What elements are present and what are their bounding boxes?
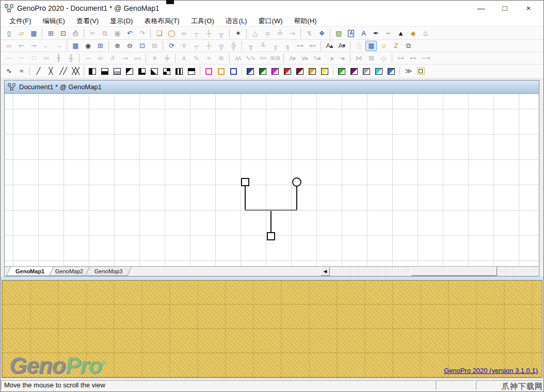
- save-document-button[interactable]: ▦: [28, 28, 39, 39]
- fill-bottom-half-button[interactable]: [99, 66, 110, 76]
- close-button[interactable]: ×: [517, 2, 540, 15]
- menu-language[interactable]: 语言(L): [220, 15, 253, 27]
- find-button[interactable]: ◉: [82, 41, 93, 51]
- print-preview-button[interactable]: ⊡: [57, 28, 69, 39]
- insert-text-label-button[interactable]: A: [345, 28, 357, 39]
- fill-bottom-gray-button[interactable]: [111, 66, 123, 76]
- fill-corner-top-left-button[interactable]: [124, 66, 135, 76]
- menu-file[interactable]: 文件(F): [4, 15, 37, 27]
- fill-top-half-button[interactable]: [186, 66, 197, 76]
- menu-window[interactable]: 窗口(W): [253, 15, 289, 27]
- new-document-button[interactable]: ▯: [3, 28, 14, 39]
- menu-table-layout[interactable]: 表格布局(T): [138, 15, 185, 27]
- minimize-button[interactable]: —: [469, 2, 493, 15]
- pen-double-cross-button[interactable]: ╳╳: [70, 66, 81, 76]
- color-dark-red-button[interactable]: [294, 66, 306, 76]
- tab-genomap1[interactable]: GenoMap1: [6, 267, 54, 276]
- color-gray-button[interactable]: [361, 66, 372, 76]
- zoom-out-button[interactable]: ⊖: [124, 41, 135, 51]
- curve-single-button[interactable]: ∿: [3, 66, 14, 76]
- find-in-table-button[interactable]: ⊞: [94, 41, 106, 51]
- refresh-view-button[interactable]: ⟳: [166, 41, 177, 51]
- snap-to-grid-button[interactable]: ░: [353, 41, 364, 51]
- curve-double-button[interactable]: ≈: [15, 66, 27, 76]
- pedigree-chart-icon: △: [253, 29, 258, 38]
- highlight-color-button[interactable]: [415, 66, 426, 76]
- color-magenta-button[interactable]: [269, 66, 281, 76]
- fill-checker-button[interactable]: [161, 66, 172, 76]
- color-red-button[interactable]: [282, 66, 293, 76]
- tab-genomap3[interactable]: GenoMap3: [85, 267, 132, 276]
- fill-corner-bottom-left-button[interactable]: [149, 66, 160, 76]
- color-blue-button[interactable]: [245, 66, 256, 76]
- menu-display[interactable]: 显示(D): [104, 15, 138, 27]
- color-bright-green-button[interactable]: [336, 66, 347, 76]
- plugins-button[interactable]: ❖: [316, 28, 327, 39]
- color-purple-icon: [350, 68, 358, 75]
- status-message: Move the mouse to scroll the view: [1, 380, 435, 390]
- document-title-bar[interactable]: Document1 * @ GenoMap1: [5, 80, 539, 94]
- zoom-selection-button[interactable]: ⊡: [136, 41, 148, 51]
- menu-tools[interactable]: 工具(O): [185, 15, 220, 27]
- border-color-orange-button[interactable]: [215, 66, 227, 76]
- find-in-table-icon: ⊞: [98, 41, 103, 51]
- timeline-button[interactable]: Z: [390, 41, 402, 51]
- border-color-magenta-button[interactable]: [203, 66, 214, 76]
- child-descent-line[interactable]: [270, 211, 271, 233]
- page-borders-button[interactable]: ⊞: [45, 28, 56, 39]
- color-cyan-button[interactable]: [373, 66, 385, 76]
- print-layout-button[interactable]: ⧉: [403, 41, 414, 51]
- version-link[interactable]: GenoPro 2020 (version 3.1.0.1): [444, 367, 538, 374]
- fill-left-half-button[interactable]: [87, 66, 98, 76]
- menu-help[interactable]: 帮助(H): [289, 15, 323, 27]
- arrange-tree-2-icon: ┼: [206, 41, 211, 51]
- open-document-button[interactable]: ▱: [15, 28, 27, 39]
- scroll-left-button[interactable]: ◀: [321, 267, 330, 276]
- menu-view[interactable]: 查看(V): [71, 15, 104, 27]
- format-painter-button[interactable]: ✒: [370, 28, 381, 39]
- print-button[interactable]: ⎙: [70, 28, 81, 39]
- maximize-button[interactable]: □: [493, 2, 517, 15]
- horizontal-scrollbar-track[interactable]: [330, 267, 539, 276]
- fill-vertical-stripes-button[interactable]: [173, 66, 185, 76]
- horizontal-scrollbar-thumb[interactable]: [411, 267, 497, 276]
- zoom-in-button[interactable]: ⊕: [111, 41, 123, 51]
- insert-picture-button[interactable]: ▧: [333, 28, 344, 39]
- more-colors-button[interactable]: ≫: [403, 66, 414, 76]
- genogram-canvas[interactable]: [5, 94, 539, 266]
- undo-button[interactable]: ↶: [124, 28, 135, 39]
- increase-font-button[interactable]: A▴: [324, 41, 335, 51]
- window-edge-strip: [1, 276, 543, 280]
- mother-symbol[interactable]: [292, 177, 301, 187]
- font-button[interactable]: A: [358, 28, 369, 39]
- show-grid-button[interactable]: ▦: [365, 41, 377, 51]
- color-yellow-button[interactable]: [319, 66, 330, 76]
- line-dash-style-button[interactable]: ┄: [382, 28, 394, 39]
- pen-slash-button[interactable]: ╱: [33, 66, 44, 76]
- fill-left-notch-button[interactable]: [136, 66, 148, 76]
- undo-icon: ↶: [127, 29, 132, 38]
- color-purple-button[interactable]: [348, 66, 360, 76]
- color-royal-blue-button[interactable]: [386, 66, 397, 76]
- new-family-button[interactable]: ◯: [166, 28, 177, 39]
- father-symbol[interactable]: [241, 178, 249, 186]
- family-wizard-button[interactable]: ✶: [232, 28, 244, 39]
- display-emotions-button[interactable]: ☺: [378, 41, 389, 51]
- coffee-break-button[interactable]: ♨: [420, 28, 431, 39]
- child-symbol[interactable]: [267, 232, 275, 240]
- fill-corner-top-left-icon: [126, 68, 133, 75]
- color-green-button[interactable]: [257, 66, 268, 76]
- pen-cross-button[interactable]: ╳: [45, 66, 56, 76]
- line-style-dense-wave-icon: ≈≈: [260, 54, 266, 63]
- color-amber-button[interactable]: [307, 66, 318, 76]
- border-color-blue-button[interactable]: [228, 66, 239, 76]
- mother-family-line[interactable]: [296, 187, 297, 210]
- decrease-font-button[interactable]: A▾: [336, 41, 347, 51]
- father-family-line[interactable]: [245, 186, 246, 210]
- menu-edit[interactable]: 编辑(E): [37, 15, 71, 27]
- pen-double-slash-button[interactable]: ╱╱: [57, 66, 69, 76]
- table-view-button[interactable]: ▦: [70, 41, 81, 51]
- gold-diamond-button[interactable]: ◆: [407, 28, 419, 39]
- new-genomap-button[interactable]: ❏: [153, 28, 165, 39]
- solid-triangle-button[interactable]: ▲: [395, 28, 406, 39]
